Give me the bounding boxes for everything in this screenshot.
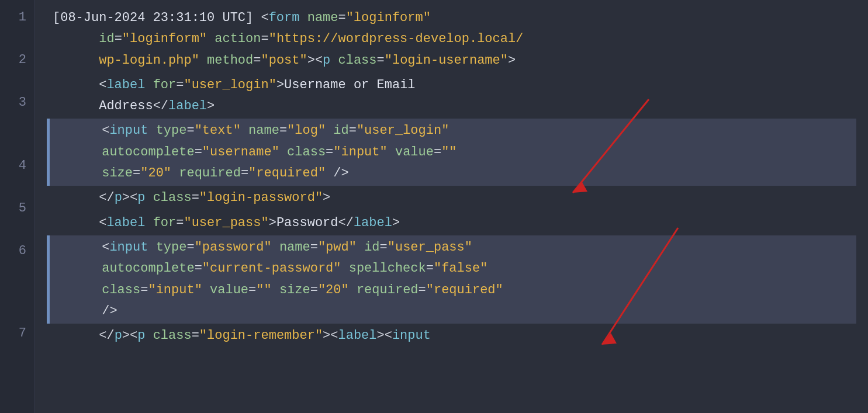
line-number-5: 5 (0, 197, 34, 220)
code-line-7: </p><p class="login-remember"><label><in… (47, 324, 856, 348)
code-line-1: [08-Jun-2024 23:31:10 UTC] <form name="l… (47, 6, 856, 73)
line-number-2: 2 (0, 48, 34, 71)
line-number-7: 7 (0, 322, 34, 345)
line-number-6: 6 (0, 240, 34, 262)
line-number-4: 4 (0, 154, 34, 177)
code-line-2: <label for="user_login">Username or Emai… (47, 73, 856, 119)
code-viewer: 1 2 3 4 5 6 7 [08-Jun-2024 23:31:10 UTC]… (0, 0, 868, 413)
code-line-6: <input type="password" name="pwd" id="us… (47, 235, 856, 324)
code-line-6-content: <input type="password" name="pwd" id="us… (50, 235, 856, 324)
code-line-4: </p><p class="login-password"> (47, 186, 856, 210)
line-number-3: 3 (0, 91, 34, 114)
code-line-4-content: </p><p class="login-password"> (47, 186, 856, 210)
code-line-1-content: [08-Jun-2024 23:31:10 UTC] <form name="l… (47, 6, 856, 73)
code-line-3-content: <input type="text" name="log" id="user_l… (50, 119, 856, 186)
code-line-7-content: </p><p class="login-remember"><label><in… (47, 324, 856, 348)
line-number-1: 1 (0, 6, 34, 29)
line-numbers: 1 2 3 4 5 6 7 (0, 0, 35, 413)
code-line-5-content: <label for="user_pass">Password</label> (47, 211, 856, 235)
code-content: [08-Jun-2024 23:31:10 UTC] <form name="l… (35, 0, 868, 413)
code-line-5: <label for="user_pass">Password</label> (47, 211, 856, 235)
code-line-2-content: <label for="user_login">Username or Emai… (47, 73, 856, 119)
code-line-3: <input type="text" name="log" id="user_l… (47, 119, 856, 186)
